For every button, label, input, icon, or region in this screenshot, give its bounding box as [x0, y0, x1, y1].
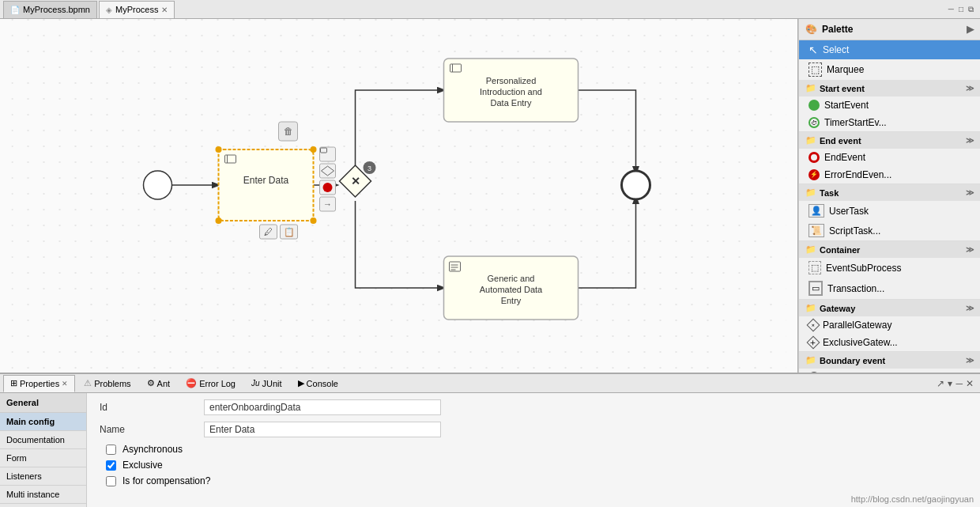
- name-label: Name: [100, 424, 194, 435]
- palette-section-container: 📁 Container ≫ ⬚ EventSubProcess ▭ Transa…: [799, 241, 980, 300]
- exclusive-gateway-label: ExclusiveGatew...: [823, 337, 898, 348]
- palette-transaction-item[interactable]: ▭ Transaction...: [799, 278, 980, 299]
- palette-icon: 🎨: [805, 24, 817, 35]
- palette-event-subprocess-item[interactable]: ⬚ EventSubProcess: [799, 258, 980, 278]
- maximize-button[interactable]: □: [959, 5, 963, 14]
- name-input[interactable]: [204, 422, 441, 437]
- task-collapse-icon[interactable]: ≫: [966, 188, 974, 197]
- properties-tab-close[interactable]: ✕: [62, 380, 68, 388]
- svg-text:Generic and: Generic and: [488, 274, 535, 283]
- event-subprocess-icon: ⬚: [808, 261, 821, 274]
- palette-end-event-item[interactable]: EndEvent: [799, 149, 980, 166]
- problems-tab-icon: ⚠: [84, 378, 92, 388]
- palette-start-event-item[interactable]: StartEvent: [799, 96, 980, 114]
- nav-form[interactable]: Form: [0, 449, 86, 467]
- diagram-icon: ◈: [106, 6, 112, 14]
- end-event-section-header[interactable]: 📁 End event ≫: [799, 132, 980, 149]
- palette-timer-start-event-item[interactable]: ⏱ TimerStartEv...: [799, 114, 980, 131]
- canvas-area[interactable]: Enter Data 🗑 → 🖊 📋: [0, 19, 798, 373]
- asynchronous-checkbox[interactable]: [106, 445, 116, 455]
- compensation-checkbox[interactable]: [106, 476, 116, 486]
- panel-menu-icon[interactable]: ▾: [948, 378, 952, 389]
- transaction-label: Transaction...: [827, 283, 884, 294]
- id-row: Id: [100, 399, 967, 415]
- tab-problems[interactable]: ⚠ Problems: [77, 375, 138, 392]
- tab-junit[interactable]: Ju JUnit: [244, 375, 289, 392]
- palette-section-end-event: 📁 End event ≫ EndEvent ⚡ ErrorEndEven...: [799, 132, 980, 184]
- svg-point-11: [216, 218, 222, 224]
- palette-marquee-item[interactable]: ⬚ Marquee: [799, 59, 980, 80]
- svg-text:3: 3: [368, 165, 371, 172]
- nav-main-config[interactable]: Main config: [0, 413, 86, 431]
- ant-tab-icon: ⚙: [147, 378, 155, 388]
- boundary-collapse-icon[interactable]: ≫: [966, 356, 974, 365]
- tab-console[interactable]: ▶ Console: [291, 375, 345, 392]
- tab-error-log[interactable]: ⛔ Error Log: [179, 375, 243, 392]
- svg-text:Entry: Entry: [501, 296, 522, 305]
- marquee-label: Marquee: [827, 64, 864, 75]
- window-controls: ─ □ ⧉: [948, 5, 977, 14]
- start-event-section-header[interactable]: 📁 Start event ≫: [799, 80, 980, 96]
- palette-parallel-gateway-item[interactable]: + ParallelGateway: [799, 316, 980, 334]
- properties-tab-label: Properties: [20, 379, 59, 388]
- nav-documentation[interactable]: Documentation: [0, 431, 86, 449]
- junit-label: JUnit: [262, 379, 282, 388]
- palette-user-task-item[interactable]: 👤 UserTask: [799, 201, 980, 221]
- restore-button[interactable]: ⧉: [968, 5, 974, 14]
- end-event-section-label: End event: [820, 136, 861, 146]
- id-input[interactable]: [204, 399, 441, 415]
- open-in-editor-icon[interactable]: ↗: [937, 378, 944, 389]
- exclusive-checkbox[interactable]: [106, 460, 116, 471]
- nav-multi-instance[interactable]: Multi instance: [0, 486, 86, 504]
- end-event-label: EndEvent: [824, 152, 865, 163]
- palette-section-boundary-event: 📁 Boundary event ≫ ⏱ TimerBoundaryEvent: [799, 352, 980, 373]
- gateway-collapse-icon[interactable]: ≫: [966, 304, 974, 312]
- bottom-panel: ⊞ Properties ✕ ⚠ Problems ⚙ Ant ⛔ Error …: [0, 373, 980, 507]
- main-layout: Enter Data 🗑 → 🖊 📋: [0, 19, 980, 373]
- task-section-header[interactable]: 📁 Task ≫: [799, 184, 980, 201]
- start-event-label: StartEvent: [824, 100, 869, 111]
- tab-close-icon[interactable]: ✕: [161, 6, 168, 14]
- asynchronous-label: Asynchronous: [122, 444, 183, 455]
- parallel-gateway-label: ParallelGateway: [823, 320, 891, 331]
- minimize-button[interactable]: ─: [948, 5, 954, 14]
- bpmn-diagram-svg: Enter Data 🗑 → 🖊 📋: [0, 19, 797, 373]
- select-cursor-icon: ↖: [808, 44, 818, 56]
- gateway-section-label: Gateway: [820, 304, 855, 313]
- tab-properties[interactable]: ⊞ Properties ✕: [3, 375, 75, 392]
- end-event-folder-icon: 📁: [805, 135, 816, 146]
- task-section-label: Task: [820, 188, 839, 198]
- panel-minimize-icon[interactable]: ─: [956, 378, 963, 389]
- tab-bpmn-diagram[interactable]: ◈ MyProcess ✕: [99, 1, 175, 18]
- svg-text:Data Entry: Data Entry: [491, 98, 532, 108]
- end-event-collapse-icon[interactable]: ≫: [966, 136, 974, 145]
- timer-start-label: TimerStartEv...: [824, 117, 887, 128]
- container-section-header[interactable]: 📁 Container ≫: [799, 241, 980, 258]
- tab-bpmn-file[interactable]: 📄 MyProcess.bpmn: [3, 1, 97, 18]
- tab-bar: 📄 MyProcess.bpmn ◈ MyProcess ✕ ─ □ ⧉: [0, 0, 980, 19]
- svg-point-45: [622, 171, 650, 199]
- container-collapse-icon[interactable]: ≫: [966, 245, 974, 254]
- svg-text:🗑: 🗑: [284, 126, 293, 137]
- boundary-section-label: Boundary event: [820, 356, 885, 365]
- bottom-tab-bar: ⊞ Properties ✕ ⚠ Problems ⚙ Ant ⛔ Error …: [0, 374, 980, 393]
- asynchronous-row: Asynchronous: [100, 444, 967, 455]
- palette-select-item[interactable]: ↖ Select: [799, 40, 980, 59]
- end-event-icon: [808, 152, 820, 163]
- start-event-collapse-icon[interactable]: ≫: [966, 84, 974, 93]
- svg-rect-1: [12, 19, 786, 373]
- script-task-label: ScriptTask...: [829, 225, 880, 236]
- gateway-section-header[interactable]: 📁 Gateway ≫: [799, 300, 980, 316]
- palette-script-task-item[interactable]: 📜 ScriptTask...: [799, 221, 980, 240]
- palette-error-end-event-item[interactable]: ⚡ ErrorEndEven...: [799, 166, 980, 184]
- nav-listeners[interactable]: Listeners: [0, 467, 86, 486]
- tab-ant[interactable]: ⚙ Ant: [140, 375, 178, 392]
- palette-timer-boundary-item[interactable]: ⏱ TimerBoundaryEvent: [799, 369, 980, 373]
- panel-close-icon[interactable]: ✕: [966, 378, 974, 389]
- palette-exclusive-gateway-item[interactable]: ✕ ExclusiveGatew...: [799, 334, 980, 351]
- timer-boundary-label: TimerBoundaryEvent: [824, 372, 913, 373]
- palette-expand-icon[interactable]: ▶: [967, 24, 974, 35]
- boundary-event-section-header[interactable]: 📁 Boundary event ≫: [799, 352, 980, 369]
- svg-rect-15: [320, 147, 336, 161]
- event-subprocess-label: EventSubProcess: [826, 263, 901, 274]
